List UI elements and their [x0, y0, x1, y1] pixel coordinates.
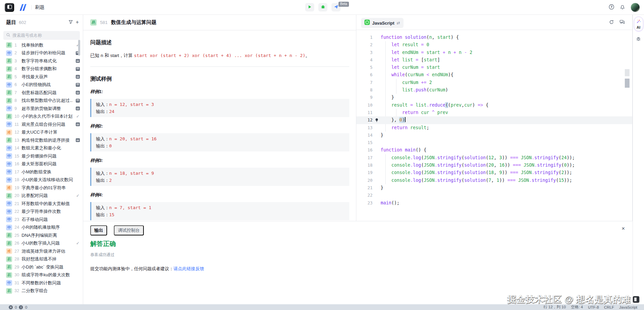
reset-code-button[interactable] [609, 20, 614, 26]
code-line[interactable]: 10 result = list.reduce((prev,cur) => { [356, 102, 632, 109]
run-toolbar: Beta [305, 3, 341, 11]
problem-list-item[interactable]: 中24小R的随机播放顺序 [0, 224, 83, 232]
problem-list-item[interactable]: 中6小E的怪物挑战 [0, 81, 83, 89]
code-line[interactable]: 12 }, 0) [356, 116, 632, 124]
code-area[interactable]: 1function solution(n, start) {2 let resu… [356, 30, 632, 221]
problem-list-item[interactable]: 易32二分数字组合 [0, 287, 83, 295]
code-line[interactable]: 23main(); [356, 199, 632, 207]
editor-scrollbar-thumb[interactable] [625, 79, 630, 88]
switch-language-icon[interactable]: ⇄ [397, 21, 400, 25]
code-line[interactable]: 14} [356, 132, 632, 139]
code-text: return result; [381, 124, 632, 132]
code-line[interactable]: 15 [356, 139, 632, 146]
feedback-link[interactable]: 请点此链接反馈 [173, 266, 204, 271]
problem-list-item[interactable]: 中11观光景点组合得分问题 [0, 120, 83, 129]
difficulty-badge: 中 [6, 161, 12, 167]
code-line[interactable]: 6 while(curNum < endNUm){ [356, 71, 632, 79]
statusbar-item[interactable]: JavaScript [619, 305, 637, 309]
run-button[interactable] [305, 3, 314, 11]
code-line[interactable]: 22 [356, 192, 632, 199]
ai-assistant-button[interactable]: AI [634, 17, 643, 31]
problem-list-item[interactable]: 中15最少前缀操作问题 [0, 152, 83, 160]
search-input[interactable] [12, 33, 73, 38]
problem-list-item[interactable]: 易25DNA序列编辑距离 [0, 231, 83, 239]
problem-list-item[interactable]: 易20比赛配对问题✓ [0, 192, 83, 200]
statusbar-item[interactable]: UTF-8 [588, 305, 599, 309]
sidebar-scrollbar[interactable] [78, 40, 80, 56]
problem-count: 602 [19, 20, 26, 25]
help-button[interactable]: ? [609, 4, 614, 11]
problem-list-item[interactable]: 中22最少字符串操作次数 [0, 208, 83, 216]
filter-button[interactable] [68, 20, 73, 25]
code-line[interactable]: 19 console.log(JSON.stringify(solution(1… [356, 169, 632, 176]
problem-list-item[interactable]: 难19字典序最小的01字符串 [0, 184, 83, 192]
editor-scrollbar-thumb[interactable] [625, 69, 630, 76]
user-avatar[interactable] [631, 3, 640, 12]
report-bug-button[interactable] [636, 36, 641, 43]
problem-list-item[interactable]: 中2徒步旅行中的补给问题 [0, 49, 83, 57]
statusbar-item[interactable]: 空格: 4 [571, 305, 583, 310]
code-line[interactable]: 17 console.log(JSON.stringify(solution(1… [356, 154, 632, 162]
code-line[interactable]: 7 curNum += 2 [356, 79, 632, 86]
problem-list-item[interactable]: 易5寻找最大葫芦 [0, 73, 83, 81]
problem-list-item[interactable]: 易26小U的数字插入问题✓ [0, 239, 83, 248]
close-output-button[interactable]: ✕ [621, 226, 625, 231]
problem-list-item[interactable]: 易8找出整型数组中占比超过... [0, 97, 83, 105]
problem-list-item[interactable]: 易28我好想逃却逃不掉 [0, 255, 83, 263]
problem-list-item[interactable]: 中17小M的数组变换 [0, 168, 83, 176]
problem-list-item[interactable]: 易10小F的永久代币卡回本计划✓ [0, 113, 83, 121]
lightbulb-icon[interactable] [373, 116, 381, 124]
warnings-icon[interactable]: ! [19, 305, 23, 309]
language-tab[interactable]: JavaScript ⇄ [361, 18, 404, 28]
code-line[interactable]: 4 let list = [start] [356, 56, 632, 64]
feedback-button[interactable] [619, 19, 625, 26]
code-line[interactable]: 8 list.push(curNum) [356, 86, 632, 94]
problem-list-item[interactable]: 易3数字字符串格式化 [0, 57, 83, 65]
problem-name: 小E的怪物挑战 [22, 82, 73, 88]
problem-list-item[interactable]: 易29小D的 `abc` 变换问题 [0, 263, 83, 271]
debug-button[interactable] [318, 3, 327, 11]
problem-list-item[interactable]: 中14数组元素之和最小化 [0, 144, 83, 152]
errors-icon[interactable]: ✕ [9, 305, 13, 309]
problem-list-item[interactable]: 中31不同整数的计数问题 [0, 279, 83, 287]
code-line[interactable]: 21} [356, 184, 632, 192]
code-line[interactable]: 18 console.log(JSON.stringify(solution(2… [356, 162, 632, 169]
code-line[interactable]: 5 let curNum = start [356, 64, 632, 71]
statusbar-item[interactable]: CRLF [604, 305, 614, 309]
problem-list-item[interactable]: 中16最大矩形面积问题 [0, 160, 83, 168]
problem-list-item[interactable]: 易13构造特定数组的逆序拼接 [0, 136, 83, 144]
code-line[interactable]: 9 } [356, 94, 632, 101]
output-tab-debug-console[interactable]: 调试控制台 [114, 225, 144, 235]
add-problem-button[interactable]: + [76, 20, 79, 25]
problem-list-item[interactable]: 易4数字分组求偶数和 [0, 65, 83, 73]
code-line[interactable]: 2 let result = 0 [356, 41, 632, 49]
brand-logo-icon[interactable] [19, 4, 28, 11]
statusbar-item[interactable]: 行 12，列 10 [543, 305, 566, 310]
notifications-button[interactable] [620, 4, 625, 11]
problem-list-item[interactable]: 易7创意标题匹配问题 [0, 89, 83, 97]
problem-list-item[interactable]: 中18小U的最大连续移动次数问题 [0, 176, 83, 184]
line-number: 9 [356, 94, 373, 101]
problem-list-item[interactable]: 易1找单独的数✓ [0, 41, 83, 49]
problem-list-item[interactable]: 中21环形数组中的最大贡献值 [0, 200, 83, 208]
problem-number: 29 [14, 265, 19, 270]
sample-label: 样例1: [90, 89, 349, 95]
code-line[interactable]: 1function solution(n, start) { [356, 34, 632, 41]
sidebar-toggle-button[interactable] [5, 3, 14, 12]
problem-list-item[interactable]: 难27游戏英雄升级潜力评估 [0, 247, 83, 255]
code-line[interactable]: 16function main() { [356, 146, 632, 154]
search-box[interactable] [3, 31, 80, 40]
code-line[interactable]: 11 return cur ^ prev [356, 109, 632, 116]
problem-list-item[interactable]: 中9超市里的货物架调整 [0, 105, 83, 113]
code-line[interactable]: 13 return result; [356, 124, 632, 132]
sample-box: 输入：n = 18, start = 9输出：2 [90, 168, 349, 186]
code-line[interactable]: 3 let endNUm = start + n + n - 2 [356, 49, 632, 56]
problem-list-item[interactable]: 易30组成字符串ku的最大次数 [0, 271, 83, 279]
output-tab-output[interactable]: 输出 [90, 225, 107, 235]
problem-list-item[interactable]: 难12最大UCC子串计算 [0, 129, 83, 137]
problem-list-item[interactable]: 中23石子移动问题 [0, 216, 83, 224]
warnings-count: 0 [25, 305, 27, 309]
code-line[interactable]: 20 console.log(JSON.stringify(solution(7… [356, 177, 632, 184]
note-icon [75, 122, 80, 126]
difficulty-badge: 易 [6, 193, 12, 199]
